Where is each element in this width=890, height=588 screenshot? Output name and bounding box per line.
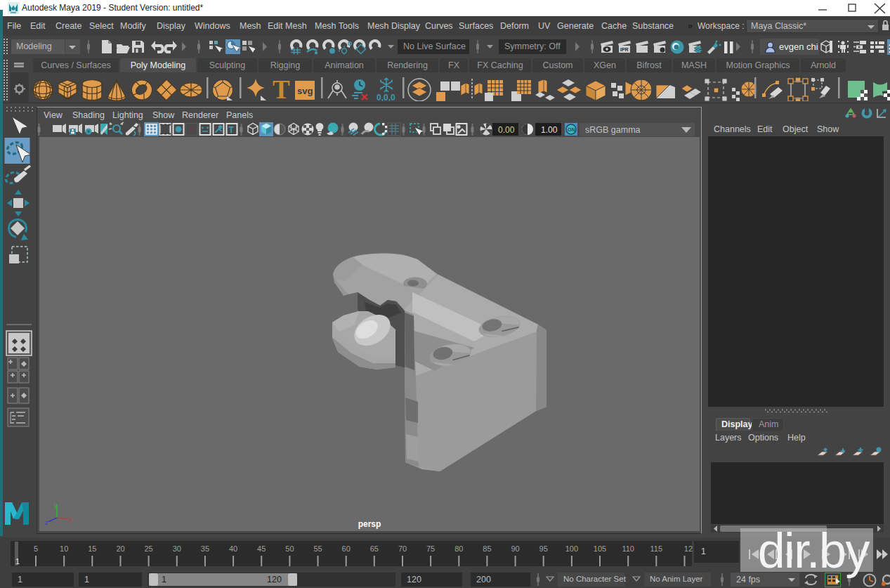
svg-text:70: 70 [398, 544, 407, 553]
svg-text:5: 5 [34, 544, 38, 553]
svg-text:65: 65 [370, 544, 379, 553]
svg-text:0,0,0: 0,0,0 [377, 93, 395, 101]
svg-text:110: 110 [622, 544, 634, 553]
svg-text:10: 10 [60, 544, 68, 553]
svg-text:95: 95 [539, 544, 548, 553]
svg-text:y: y [54, 502, 58, 509]
svg-text:30: 30 [173, 544, 181, 553]
svg-text:90: 90 [511, 544, 519, 553]
svg-text:55: 55 [313, 544, 322, 553]
svg-text:45: 45 [257, 544, 266, 553]
svg-text:35: 35 [201, 544, 209, 553]
svg-text:85: 85 [483, 544, 491, 553]
svg-text:svg: svg [297, 86, 313, 96]
svg-text:ON: ON [568, 127, 575, 132]
svg-text:0.00: 0.00 [498, 125, 515, 135]
svg-text:T: T [229, 125, 235, 135]
svg-text:15: 15 [88, 544, 96, 553]
svg-text:80: 80 [454, 544, 463, 553]
svg-text:100: 100 [565, 544, 578, 553]
svg-text:75: 75 [426, 544, 435, 553]
svg-text:T: T [273, 76, 290, 101]
svg-text:1.00: 1.00 [541, 125, 558, 135]
svg-text:120: 120 [684, 544, 693, 553]
svg-text:115: 115 [650, 544, 663, 553]
svg-text:1: 1 [15, 557, 20, 566]
svg-text:105: 105 [594, 544, 606, 553]
svg-text:60: 60 [342, 544, 351, 553]
svg-text:50: 50 [285, 544, 294, 553]
svg-text:sRGB gamma: sRGB gamma [585, 125, 641, 135]
svg-text:20: 20 [116, 544, 124, 553]
svg-text:25: 25 [144, 544, 152, 553]
svg-text:40: 40 [229, 544, 237, 553]
svg-text:IPR: IPR [620, 47, 629, 52]
